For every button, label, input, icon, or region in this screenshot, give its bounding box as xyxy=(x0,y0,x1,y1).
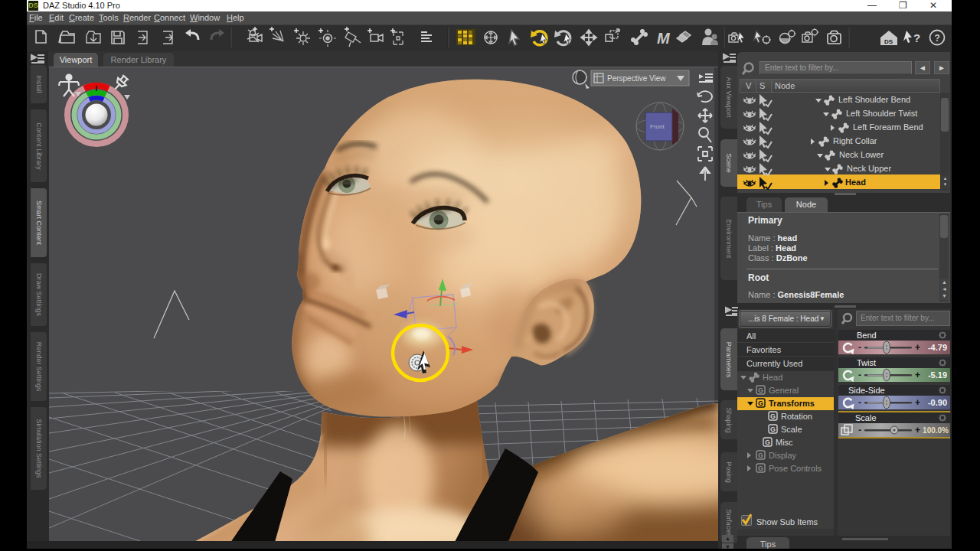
svg-text:-4.79: -4.79 xyxy=(928,343,947,352)
svg-text:+: + xyxy=(915,397,920,408)
svg-text:Twist: Twist xyxy=(857,358,876,367)
svg-text:Neck Lower: Neck Lower xyxy=(839,150,884,159)
svg-text:Pose Controls: Pose Controls xyxy=(769,464,822,473)
svg-text:Side-Side: Side-Side xyxy=(848,386,885,395)
svg-text:Rotation: Rotation xyxy=(781,412,812,421)
svg-text:+: + xyxy=(915,342,920,353)
svg-text:-5.19: -5.19 xyxy=(928,370,947,380)
svg-text:-: - xyxy=(858,397,861,408)
svg-text:-: - xyxy=(858,342,861,353)
svg-text:-: - xyxy=(858,370,861,380)
svg-text:Transforms: Transforms xyxy=(769,399,815,408)
svg-text:Perspective View: Perspective View xyxy=(607,74,666,83)
svg-text:Display: Display xyxy=(769,451,797,460)
svg-text:Left Forearm Bend: Left Forearm Bend xyxy=(853,122,923,132)
svg-text:-: - xyxy=(858,425,861,435)
svg-text:+: + xyxy=(915,425,920,435)
svg-text:Scale: Scale xyxy=(855,413,877,422)
svg-text:Left Shoulder Twist: Left Shoulder Twist xyxy=(846,109,917,118)
svg-text:Head: Head xyxy=(763,373,782,382)
svg-text:Front: Front xyxy=(650,123,665,130)
svg-text:Left Shoulder Bend: Left Shoulder Bend xyxy=(838,95,910,104)
svg-text:?: ? xyxy=(913,31,920,44)
svg-text:M: M xyxy=(657,30,671,47)
svg-text:DS: DS xyxy=(884,38,893,45)
svg-text:+: + xyxy=(915,370,920,380)
svg-text:Misc: Misc xyxy=(776,438,793,447)
svg-text:?: ? xyxy=(935,33,940,44)
svg-text:Right Collar: Right Collar xyxy=(833,136,877,145)
svg-text:Bend: Bend xyxy=(857,331,877,340)
svg-text:Neck Upper: Neck Upper xyxy=(847,164,891,173)
svg-text:General: General xyxy=(769,386,799,395)
svg-text:-0.90: -0.90 xyxy=(928,398,947,407)
svg-text:100.0%: 100.0% xyxy=(923,426,949,435)
svg-text:Scale: Scale xyxy=(781,425,802,434)
svg-text:Head: Head xyxy=(845,178,866,187)
